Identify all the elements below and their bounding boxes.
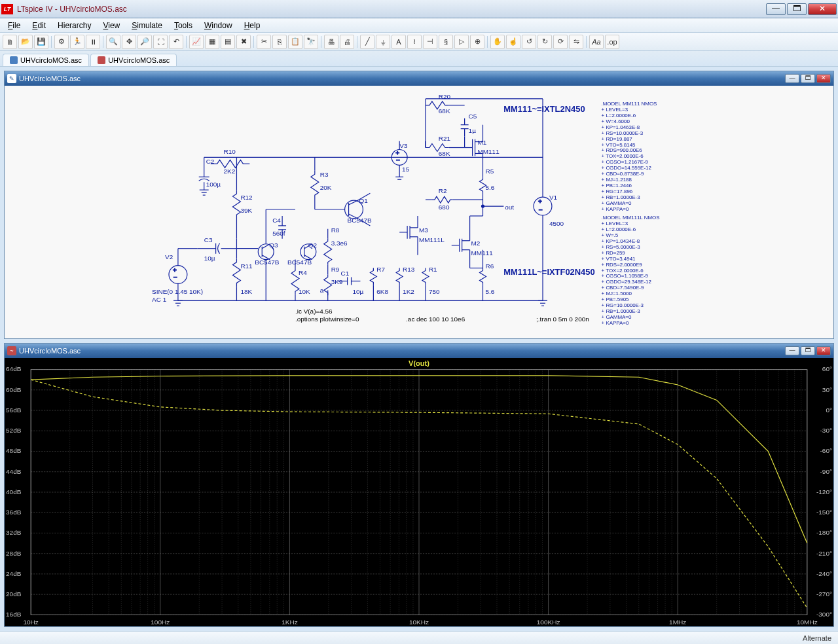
window-maximize-button[interactable]: 🗖 [787, 3, 807, 15]
r21-label: R21 [439, 135, 451, 142]
run-icon[interactable]: 🏃 [70, 35, 84, 49]
waveform-window-icon: ~ [7, 346, 16, 355]
schematic-tab-icon [10, 56, 18, 64]
c1-label: C1 [341, 270, 350, 277]
svg-text:30°: 30° [822, 386, 832, 393]
svg-text:+ GAMMA=0: + GAMMA=0 [602, 314, 632, 320]
svg-text:1MHz: 1MHz [669, 618, 686, 626]
new-schematic-icon[interactable]: 🗎 [3, 35, 17, 49]
r7-value: 6K8 [376, 288, 388, 295]
rotate-icon[interactable]: ⟳ [553, 35, 568, 49]
text-icon[interactable]: Aa [589, 35, 604, 49]
svg-text:.MODEL MM111 NMOS: .MODEL MM111 NMOS [602, 101, 657, 107]
cut-icon[interactable]: ✂ [257, 35, 271, 49]
schematic-window[interactable]: ✎ UHVcircloMOS.asc — 🗖 ✕ [4, 71, 834, 339]
svg-text:-90°: -90° [820, 468, 832, 475]
undo-icon[interactable]: ↺ [522, 35, 536, 49]
menu-simulate[interactable]: Simulate [126, 20, 168, 31]
tab-waveform[interactable]: UHVcircloMOS.asc [90, 54, 177, 66]
r10-label: R10 [224, 148, 236, 155]
r1-value: 750 [429, 288, 440, 295]
menu-hierarchy[interactable]: Hierarchy [52, 20, 96, 31]
window-close-button[interactable]: ✕ [808, 3, 837, 15]
tab-schematic-label: UHVcircloMOS.asc [20, 56, 82, 64]
menu-file[interactable]: File [3, 20, 26, 31]
capacitor-icon[interactable]: ⊣ [423, 35, 437, 49]
r11-label: R11 [240, 262, 253, 270]
drag-icon[interactable]: ☝ [506, 35, 520, 49]
svg-text:+ VTO=3.4941: + VTO=3.4941 [602, 256, 636, 262]
waveform-min-button[interactable]: — [785, 346, 799, 355]
inductor-icon[interactable]: § [439, 35, 453, 49]
draw-wire-icon[interactable]: ╱ [360, 35, 374, 49]
zoom-fit-icon[interactable]: ⛶ [153, 35, 168, 49]
zoom-out-icon[interactable]: 🔎 [137, 35, 152, 49]
label-net-icon[interactable]: A [392, 35, 406, 49]
component-icon[interactable]: ⊕ [470, 35, 484, 49]
tab-schematic[interactable]: UHVcircloMOS.asc [3, 54, 89, 66]
spice-directive-icon[interactable]: .op [605, 35, 619, 49]
waveform-window-title: UHVcircloMOS.asc [19, 347, 785, 355]
ground-icon[interactable]: ⏚ [376, 35, 390, 49]
schematic-titlebar[interactable]: ✎ UHVcircloMOS.asc — 🗖 ✕ [5, 71, 833, 86]
status-text: Alternate [803, 634, 831, 642]
print-icon[interactable]: 🖶 [324, 35, 338, 49]
copy-icon[interactable]: ⎘ [272, 35, 287, 49]
svg-text:64dB: 64dB [6, 366, 22, 373]
c4-label: C4 [272, 217, 281, 224]
print-setup-icon[interactable]: 🖨 [340, 35, 354, 49]
paste-icon[interactable]: 📋 [288, 35, 302, 49]
svg-text:-270°: -270° [816, 590, 832, 598]
svg-text:-30°: -30° [820, 427, 832, 434]
schematic-close-button[interactable]: ✕ [816, 74, 831, 83]
save-icon[interactable]: 💾 [34, 35, 48, 49]
mirror-icon[interactable]: ⇋ [569, 35, 583, 49]
window-minimize-button[interactable]: — [766, 3, 786, 15]
cascade-icon[interactable]: ▤ [221, 35, 235, 49]
schematic-canvas[interactable]: +− [5, 86, 833, 338]
open-icon[interactable]: 📂 [18, 35, 33, 49]
redo-icon[interactable]: ↻ [537, 35, 552, 49]
waveform-window[interactable]: ~ UHVcircloMOS.asc — 🗖 ✕ V(out)10Hz100Hz… [4, 343, 834, 627]
r3-value: 20K [320, 184, 332, 191]
svg-text:+ VTO=5.8145: + VTO=5.8145 [602, 142, 636, 148]
zoom-in-icon[interactable]: 🔍 [106, 35, 120, 49]
v3-value: 15 [402, 166, 410, 173]
svg-text:10MHz: 10MHz [797, 618, 818, 626]
zoom-back-icon[interactable]: ↶ [169, 35, 183, 49]
plot-canvas[interactable]: V(out)10Hz100Hz1KHz10KHz100KHz1MHz10MHz6… [5, 358, 833, 626]
menu-tools[interactable]: Tools [169, 20, 198, 31]
svg-text:+ W=.5: + W=.5 [602, 232, 619, 238]
svg-text:-210°: -210° [816, 550, 832, 557]
pan-icon[interactable]: ✥ [122, 35, 136, 49]
svg-text:+ CGSO=1.2167E-9: + CGSO=1.2167E-9 [602, 159, 649, 165]
schematic-max-button[interactable]: 🗖 [801, 74, 815, 83]
r13-label: R13 [403, 266, 415, 273]
r7-label: R7 [376, 266, 385, 273]
options-directive: .options plotwinsize=0 [295, 315, 359, 323]
schematic-min-button[interactable]: — [785, 74, 799, 83]
tile-icon[interactable]: ▦ [205, 35, 219, 49]
waveform-titlebar[interactable]: ~ UHVcircloMOS.asc — 🗖 ✕ [5, 344, 833, 358]
waveform-icon[interactable]: 📈 [189, 35, 204, 49]
svg-text:+ LEVEL=3: + LEVEL=3 [602, 107, 628, 113]
diode-icon[interactable]: ▷ [454, 35, 469, 49]
menu-view[interactable]: View [98, 20, 125, 31]
menu-window[interactable]: Window [199, 20, 238, 31]
r2-label: R2 [439, 187, 447, 194]
find-icon[interactable]: 🔭 [304, 35, 318, 49]
resistor-icon[interactable]: ≀ [407, 35, 422, 49]
halt-icon[interactable]: ⏸ [86, 35, 100, 49]
c2-label: C2 [206, 158, 215, 165]
menu-edit[interactable]: Edit [27, 20, 51, 31]
app-logo-icon: LT [1, 4, 13, 14]
control-panel-icon[interactable]: ⚙ [54, 35, 69, 49]
close-all-icon[interactable]: ✖ [236, 35, 251, 49]
waveform-close-button[interactable]: ✕ [816, 346, 831, 355]
v2-ac: AC 1 [152, 296, 167, 303]
svg-text:24dB: 24dB [6, 570, 22, 577]
svg-text:+ PB=1.2446: + PB=1.2446 [602, 183, 632, 188]
menu-help[interactable]: Help [239, 20, 266, 31]
waveform-max-button[interactable]: 🗖 [801, 346, 815, 355]
move-icon[interactable]: ✋ [490, 35, 505, 49]
